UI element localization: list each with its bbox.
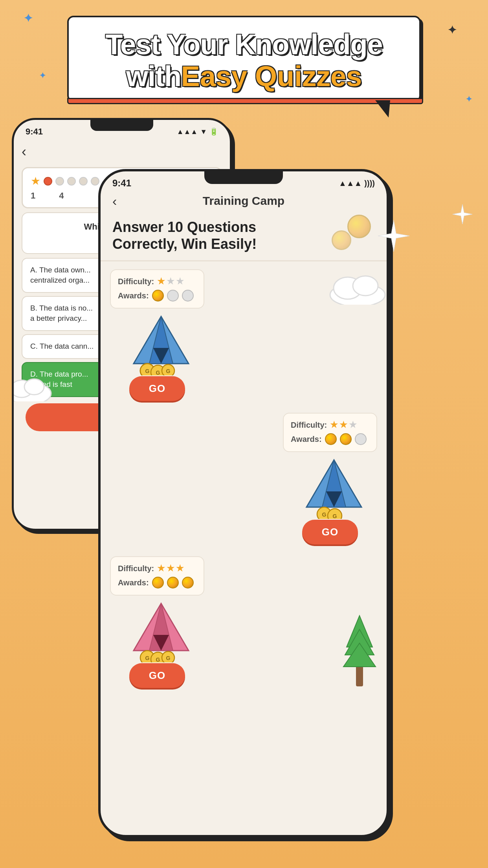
front-time: 9:41 (112, 178, 131, 189)
svg-text:G: G (156, 370, 160, 375)
sparkle-left-2: ✦ (39, 71, 46, 80)
front-header: ‹ Training Camp (101, 191, 387, 212)
wifi-icon: ▼ (200, 128, 207, 136)
sparkle-small-tr (453, 204, 472, 226)
front-wifi-icon: )))) (364, 179, 375, 188)
back-status-icons: ▲▲▲ ▼ 🔋 (177, 127, 218, 136)
cloud-back-1 (12, 374, 53, 403)
back-phone-notch (90, 120, 153, 131)
svg-text:G: G (145, 655, 150, 661)
svg-text:G: G (166, 655, 171, 661)
award-coin-3-2 (167, 577, 179, 588)
awards-label-1: Awards: (118, 291, 149, 300)
dot-1 (44, 177, 52, 186)
star-gold-3-1: ★ (157, 563, 165, 574)
difficulty-label-2: Difficulty: (291, 421, 327, 430)
hero-title-line1: Test Your Knowledge (84, 29, 404, 60)
stars-2: ★ ★ ★ (330, 420, 357, 430)
tent-2: G G (299, 456, 361, 511)
star-gold-3-2: ★ (167, 563, 174, 574)
star-gold-3-3: ★ (176, 563, 184, 574)
tree-front (338, 608, 381, 688)
dot-4 (79, 177, 88, 186)
signal-icon: ▲▲▲ (177, 128, 198, 136)
front-phone: 9:41 ▲▲▲ )))) ‹ Training Camp Answer 10 … (98, 169, 389, 837)
tent-3: G G G (126, 600, 189, 655)
svg-point-19 (353, 276, 378, 296)
award-coin-3-1 (152, 577, 164, 588)
answer-a-text: A. The data own...centralized orga... (30, 266, 91, 285)
svg-text:G: G (156, 657, 160, 662)
back-arrow-icon[interactable]: ‹ (22, 143, 26, 160)
camp-row-3: Difficulty: ★ ★ ★ Awards: (110, 556, 377, 688)
front-status-icons: ▲▲▲ )))) (339, 179, 375, 188)
dot-2 (55, 177, 64, 186)
sparkle-right-2: ✦ (466, 94, 472, 104)
hero-banner: Test Your Knowledge with Easy Quizzes (67, 16, 421, 102)
go-button-3[interactable]: GO (129, 663, 185, 688)
hero-title-line2-orange: Easy Quizzes (181, 60, 362, 92)
award-coin-1-2 (167, 290, 179, 302)
stars-3: ★ ★ ★ (157, 563, 184, 574)
front-title: Training Camp (203, 194, 284, 208)
difficulty-label-3: Difficulty: (118, 564, 154, 573)
awards-row-2: Awards: (291, 433, 369, 445)
stars-1: ★ ★ ★ (157, 276, 184, 287)
svg-point-2 (24, 379, 44, 395)
hero-section: Answer 10 QuestionsCorrectly, Win Easily… (101, 212, 387, 261)
star-empty-2-3: ★ (349, 420, 357, 430)
front-signal-icon: ▲▲▲ (339, 179, 362, 188)
answer-c-text: C. The data cann... (30, 342, 94, 350)
progress-num1: 1 (31, 191, 35, 201)
back-time: 9:41 (26, 127, 43, 137)
progress-num2: 4 (59, 191, 64, 201)
awards-row-1: Awards: (118, 290, 196, 302)
speech-bubble-tail-shadow (375, 100, 390, 118)
go-button-2[interactable]: GO (302, 520, 358, 544)
battery-icon: 🔋 (209, 127, 218, 136)
svg-marker-40 (378, 220, 409, 252)
svg-text:G: G (333, 513, 337, 519)
difficulty-row-1: Difficulty: ★ ★ ★ (118, 276, 196, 287)
difficulty-row-2: Difficulty: ★ ★ ★ (291, 420, 369, 430)
cloud-front-1 (326, 269, 387, 306)
award-coin-1-1 (152, 290, 164, 302)
camp-card-3: Difficulty: ★ ★ ★ Awards: (110, 556, 204, 596)
sparkle-top-left: ✦ (24, 12, 33, 25)
award-coin-2-3 (355, 433, 367, 445)
star-gold-2-1: ★ (330, 420, 338, 430)
award-coin-3-3 (182, 577, 194, 588)
dot-3 (67, 177, 76, 186)
answer-b-text: B. The data is no...a better privacy... (30, 304, 93, 323)
go-button-1[interactable]: GO (129, 376, 185, 401)
accent-underline (67, 98, 423, 104)
tent-1: G G G (126, 313, 189, 368)
star-gold-1: ★ (157, 276, 165, 287)
star-empty-1-2: ★ (167, 276, 174, 287)
difficulty-label-1: Difficulty: (118, 277, 154, 286)
camps-container: Difficulty: ★ ★ ★ Awards: (101, 261, 387, 708)
dot-5 (91, 177, 99, 186)
award-coin-1-3 (182, 290, 194, 302)
camp-card-2: Difficulty: ★ ★ ★ Awards: (283, 413, 377, 452)
camp-card-1: Difficulty: ★ ★ ★ Awards: (110, 269, 204, 309)
svg-text:G: G (166, 368, 171, 374)
progress-star: ★ (31, 175, 40, 188)
award-coin-2-1 (325, 433, 337, 445)
front-phone-notch (204, 171, 283, 184)
difficulty-row-3: Difficulty: ★ ★ ★ (118, 563, 196, 574)
camp-row-2: Difficulty: ★ ★ ★ Awards: (110, 413, 377, 544)
star-empty-1-3: ★ (176, 276, 184, 287)
hero-title-line2-white: with (126, 61, 181, 92)
svg-text:G: G (322, 511, 327, 518)
camp-row-1: Difficulty: ★ ★ ★ Awards: (110, 269, 377, 401)
svg-text:G: G (145, 368, 150, 374)
front-back-arrow-icon[interactable]: ‹ (112, 193, 117, 209)
sparkle-top-right: ✦ (448, 24, 457, 37)
sparkle-large (378, 220, 409, 253)
award-coin-2-2 (340, 433, 352, 445)
star-gold-2-2: ★ (339, 420, 347, 430)
back-nav: ‹ (14, 140, 230, 164)
awards-row-3: Awards: (118, 577, 196, 588)
svg-marker-41 (453, 204, 472, 224)
